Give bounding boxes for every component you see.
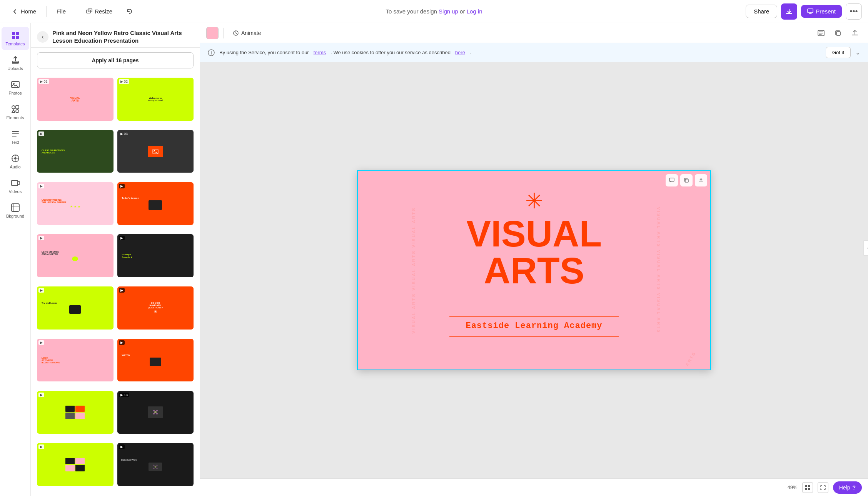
download-btn[interactable] <box>781 3 797 20</box>
icon-sidebar: Templates Uploads Photos <box>0 23 31 496</box>
photos-icon <box>11 80 20 89</box>
sidebar-item-text[interactable]: Text <box>2 125 29 148</box>
resize-btn[interactable]: Resize <box>81 6 118 17</box>
svg-point-28 <box>156 468 157 469</box>
thumbnail-15[interactable]: ▶ <box>37 443 114 486</box>
login-link[interactable]: Log in <box>467 8 482 15</box>
sidebar-item-uploads[interactable]: Uploads <box>2 52 29 75</box>
more-options-btn[interactable]: ••• <box>846 3 862 20</box>
got-it-btn[interactable]: Got it <box>826 47 851 58</box>
thumbnail-12[interactable]: ▶ WATCH <box>117 339 194 382</box>
save-notice: To save your design Sign up or Log in <box>386 8 482 15</box>
share-btn[interactable]: Share <box>746 5 777 18</box>
thumbnail-7[interactable]: ▶ LET'S DISCUSSAND ANALYZE <box>37 234 114 277</box>
slide-line-bottom <box>449 336 619 337</box>
slide-visual-line: VISUAL <box>466 215 602 252</box>
thumbnail-5[interactable]: ▶ UNDERSTANDINGTHE LESSON DEEPER ★ ★ ★ <box>37 182 114 225</box>
thumb-badge-7: ▶ <box>38 236 44 240</box>
back-home-btn[interactable]: Home <box>6 6 42 17</box>
fullscreen-btn[interactable] <box>818 482 828 493</box>
svg-point-25 <box>153 465 154 466</box>
download-icon <box>786 8 793 15</box>
thumb-photo-12 <box>150 358 161 366</box>
comment-icon <box>669 178 674 183</box>
slide-visual-arts-title: VISUAL ARTS <box>466 215 602 289</box>
copy-btn[interactable] <box>831 26 845 40</box>
thumbnail-8[interactable]: ▶ ExampleSample ▾ <box>117 234 194 277</box>
main-layout: Templates Uploads Photos <box>0 23 868 496</box>
undo-btn[interactable] <box>121 6 139 17</box>
nav-divider-1 <box>46 6 47 17</box>
thumbnail-1[interactable]: ▶ 01 VISUALARTS <box>37 78 114 121</box>
svg-rect-36 <box>805 485 807 487</box>
animate-btn[interactable]: Animate <box>228 28 265 38</box>
svg-point-18 <box>154 150 155 151</box>
thumbnail-14[interactable]: ▶ 13 <box>117 391 194 434</box>
thumbnail-3[interactable]: ▶ CLASS OBJECTIVESAND RULES <box>37 130 114 173</box>
share-slide-btn[interactable] <box>848 26 862 40</box>
thumb-photo-4 <box>148 146 163 157</box>
share-slide-icon <box>851 29 859 37</box>
cookie-expand-btn[interactable]: ⌄ <box>855 49 860 56</box>
thumb-badge-15: ▶ <box>38 444 44 449</box>
back-btn[interactable]: ‹ <box>37 31 48 43</box>
slide-comment-btn[interactable] <box>666 174 678 186</box>
slide-container[interactable]: VISUAL ARTS VISUAL ARTS VISUAL ARTS VISU… <box>357 170 711 370</box>
thumbnail-2[interactable]: ▶ 02 Welcome totoday's class! <box>117 78 194 121</box>
thumbnail-13[interactable]: ▶ <box>37 391 114 434</box>
svg-rect-11 <box>16 106 19 109</box>
slide-line-top <box>449 316 619 317</box>
videos-icon <box>11 178 20 188</box>
notes-icon <box>817 29 825 37</box>
thumbnail-11[interactable]: ▶ LOOKAT THESEILLUSTRATIONS <box>37 339 114 382</box>
panel-header: ‹ Pink and Neon Yellow Retro Classic Vis… <box>31 23 200 48</box>
thumb-text-11: LOOKAT THESEILLUSTRATIONS <box>40 357 110 364</box>
signup-link[interactable]: Sign up <box>439 8 458 15</box>
canvas-area: Animate <box>200 23 868 496</box>
thumb-text-12: WATCH <box>120 354 191 356</box>
svg-rect-38 <box>805 488 807 490</box>
thumbnail-9[interactable]: ▶ Try and Learn <box>37 286 114 330</box>
slide-duplicate-btn[interactable] <box>680 174 693 186</box>
thumb-badge-4: ▶ 03 <box>119 131 130 136</box>
thumb-text-6: Today's Lesson <box>120 197 191 199</box>
svg-rect-31 <box>836 32 840 35</box>
sidebar-item-elements[interactable]: Elements <box>2 101 29 124</box>
svg-point-24 <box>154 466 156 468</box>
thumb-badge-13: ▶ <box>38 393 44 397</box>
sidebar-item-audio[interactable]: Audio <box>2 150 29 173</box>
thumbnail-10[interactable]: ▶ DO YOUHAVE ANYQUESTIONS? ✳ <box>117 286 194 330</box>
color-swatch[interactable] <box>206 27 219 39</box>
nav-right: Share Present ••• <box>746 3 862 20</box>
help-btn[interactable]: Help ? <box>833 481 862 494</box>
sidebar-item-videos[interactable]: Videos <box>2 175 29 198</box>
file-menu-btn[interactable]: File <box>51 6 71 17</box>
sidebar-item-photos[interactable]: Photos <box>2 76 29 99</box>
canvas-workspace[interactable]: VISUAL ARTS VISUAL ARTS VISUAL ARTS VISU… <box>200 62 868 478</box>
slide-controls <box>666 174 707 186</box>
svg-rect-37 <box>808 485 810 487</box>
svg-point-20 <box>153 410 155 411</box>
apply-all-btn[interactable]: Apply all 16 pages <box>37 52 194 68</box>
thumbnail-16[interactable]: ▶ Individual Work <box>117 443 194 486</box>
sidebar-item-templates[interactable]: Templates <box>2 27 29 50</box>
slide-export-btn[interactable] <box>695 174 707 186</box>
thumbnail-6[interactable]: ▶ Today's Lesson <box>117 182 194 225</box>
deco-text-diagonal: VISUAL ARTS VISUAL ARTS <box>651 351 697 370</box>
here-link[interactable]: here <box>455 50 465 55</box>
sidebar-item-background[interactable]: Bkground <box>2 199 29 222</box>
present-btn[interactable]: Present <box>801 5 842 18</box>
terms-link[interactable]: terms <box>314 50 326 55</box>
thumb-badge-8: ▶ <box>119 236 125 240</box>
deco-text-right: VISUAL ARTS VISUAL ARTS VISUAL ARTS <box>656 207 661 333</box>
text-icon <box>11 129 20 138</box>
svg-point-19 <box>154 411 157 413</box>
thumb-badge-16: ▶ <box>119 444 125 449</box>
page-grid-btn[interactable] <box>802 482 813 493</box>
notes-btn[interactable] <box>814 26 828 40</box>
thumbnail-4[interactable]: ▶ 03 <box>117 130 194 173</box>
svg-point-14 <box>14 157 17 160</box>
home-label: Home <box>21 8 36 15</box>
slide-academy-name: Eastside Learning Academy <box>466 321 602 331</box>
undo-icon <box>126 8 133 15</box>
